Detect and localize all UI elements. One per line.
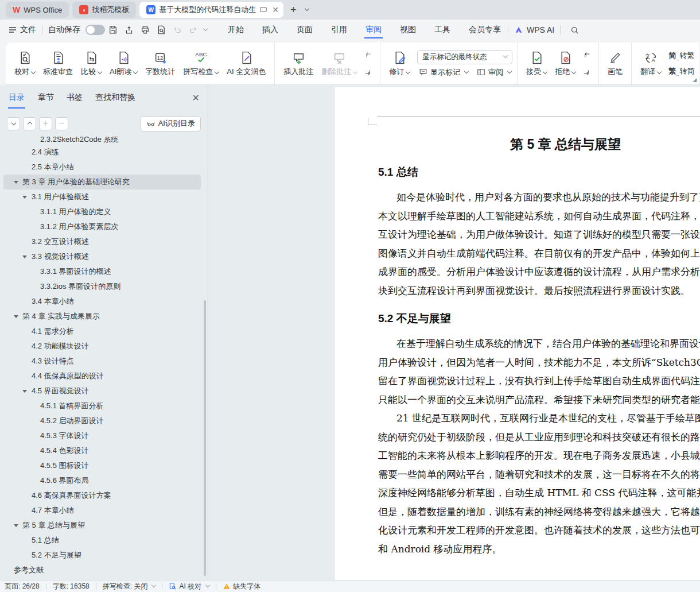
spell-check-button[interactable]: ABC 拼写检查 [179,48,223,79]
quickbar-chevron-icon[interactable] [203,26,208,31]
toc-item[interactable]: 4.5.2 启动界面设计 [3,413,201,428]
zoom-out-toc-button[interactable]: − [55,117,68,130]
brush-button[interactable]: 画笔 [604,48,627,79]
next-change-icon[interactable] [582,67,592,76]
toc-item[interactable]: 3.4 本章小结 [3,294,201,309]
word-count-button[interactable]: 12 字数统计 [141,48,179,79]
tab-member[interactable]: 会员专享 [468,21,502,38]
sidebar-tab-find-replace[interactable]: 查找和替换 [95,92,135,103]
tab-list-chevron-icon[interactable] [305,6,309,11]
tab-page[interactable]: 页面 [295,21,314,38]
ai-read-button[interactable]: AI朗读 [106,48,141,79]
standard-review-button[interactable]: 标准审查 [39,48,77,79]
reject-button[interactable]: 拒绝 [551,48,580,79]
tab-wps-office[interactable]: W WPS Office [6,2,69,18]
sidebar-tab-chapters[interactable]: 章节 [38,92,54,103]
save-button[interactable] [106,23,120,37]
toc-collapse-icon[interactable] [22,390,27,393]
previous-comment-icon[interactable] [363,51,373,61]
toc-item[interactable]: 4.2 功能模块设计 [3,339,201,354]
toc-item[interactable]: 4.4 低保真原型的设计 [3,369,201,384]
toc-collapse-icon[interactable] [22,256,27,258]
tab-tools[interactable]: 工具 [433,21,452,38]
toc-item[interactable]: 3.3.1 界面设计的概述 [3,264,201,279]
print-button[interactable] [138,23,152,37]
tab-home[interactable]: 开始 [227,21,245,38]
close-tab-icon[interactable]: ✕ [272,5,279,14]
toc-item[interactable]: 4.6 高保真界面设计方案 [3,488,201,503]
toc-collapse-icon[interactable] [14,315,18,318]
toc-collapse-icon[interactable] [22,196,27,199]
comment-bubble-icon[interactable] [259,6,267,14]
expand-all-button[interactable] [7,117,20,130]
toc-item[interactable]: 3.1.1 用户体验的定义 [3,204,201,219]
toc-item[interactable]: 3.1.2 用户体验要素层次 [3,219,201,234]
toc-item[interactable]: 第 5 章 总结与展望 [3,518,201,533]
spell-check-status[interactable]: 拼写检查: 关闭 [103,582,156,591]
wps-ai-button[interactable]: WPS AI [514,25,554,34]
file-menu[interactable]: 文件 [8,25,36,35]
search-button[interactable] [567,23,581,37]
proofread-button[interactable]: 校对 [10,48,39,79]
close-sidebar-icon[interactable]: ✕ [192,92,200,103]
next-comment-icon[interactable] [363,67,373,76]
accept-button[interactable]: 接受 [522,48,551,79]
show-markup-button[interactable]: 显示标记 [418,67,468,78]
collapse-all-button[interactable] [23,117,36,130]
toc-item[interactable]: 3.2 交互设计概述 [3,234,201,249]
zoom-in-toc-button[interactable]: + [39,117,52,130]
tab-docer-templates[interactable]: ◖ 找稻壳模板 [72,2,136,18]
tab-reference[interactable]: 引用 [330,21,348,38]
sidebar-tab-bookmarks[interactable]: 书签 [67,92,83,103]
toc-item[interactable]: 第 3 章 用户体验的基础理论研究 [3,175,201,189]
toc-item[interactable]: 2.4 演练 [3,145,201,160]
toc-item[interactable]: 4.5 界面视觉设计 [3,384,201,398]
ai-recognize-toc-button[interactable]: AI识别目录 [141,116,201,131]
toc-item[interactable]: 2.5 本章小结 [3,160,201,175]
toc-item[interactable]: 5.1 总结 [3,533,201,548]
tab-review[interactable]: 审阅 [364,21,383,38]
toc-item[interactable]: 4.7 本章小结 [3,503,201,518]
markup-state-select[interactable]: 显示标记的最终状态 [417,50,512,64]
track-changes-button[interactable]: 修订 [385,48,414,79]
toc-item[interactable]: 4.5.6 界面布局 [3,473,201,488]
toc-item[interactable]: 4.5.4 色彩设计 [3,443,201,458]
toc-collapse-icon[interactable] [14,181,18,184]
toc-collapse-icon[interactable] [14,524,18,527]
sidebar-tab-contents[interactable]: 目录 [8,87,25,109]
toc-item[interactable]: 2.3.2Sketch2Code 系统 [3,137,201,145]
ai-polish-button[interactable]: AI 全文润色 [223,48,270,79]
toc-item[interactable]: 第 4 章 实践与成果展示 [3,309,201,324]
toc-item[interactable]: 4.5.5 图标设计 [3,458,201,473]
to-simplified-button[interactable]: 繁→ 转简 [668,66,694,76]
toc-item[interactable]: 3.1 用户体验概述 [3,189,201,204]
previous-change-icon[interactable] [582,51,592,61]
toc-item[interactable]: 3.3.2ios 界面设计的原则 [3,279,201,294]
toc-item[interactable]: 4.3 设计特点 [3,354,201,369]
export-button[interactable] [122,23,136,37]
print-preview-button[interactable] [154,23,168,37]
toc-item[interactable]: 5.2 不足与展望 [3,548,201,563]
ai-proofread-status[interactable]: AI 校对 [169,582,209,591]
delete-comment-button[interactable]: 删除批注 [317,48,361,79]
toc-item[interactable]: 4.5.3 字体设计 [3,428,201,443]
undo-button[interactable] [170,23,184,37]
to-traditional-button[interactable]: 简→ 转繁 [668,51,694,61]
translate-button[interactable]: 文A 翻译 [636,48,665,79]
page-indicator[interactable]: 页面: 26/28 [5,582,40,591]
autosave-toggle[interactable] [85,25,105,35]
missing-font-warning[interactable]: 缺失字体 [223,582,260,591]
word-count-indicator[interactable]: 字数: 16358 [53,582,90,591]
tab-document[interactable]: W 基于大模型的代码注释自动生 ✕ [139,2,283,18]
toc-item[interactable]: 3.3 视觉设计概述 [3,249,201,264]
redo-button[interactable] [186,23,200,37]
group-expand-icon[interactable]: ◢ [693,77,697,83]
tab-view[interactable]: 视图 [399,21,417,38]
review-pane-button[interactable]: 审阅 [476,67,511,78]
document-page[interactable]: 第 5 章 总结与展望5.1 总结如今是体验时代，用户对各方面的要求也从原始的技… [334,87,700,580]
compare-button[interactable]: 比较 [77,48,106,79]
new-tab-button[interactable]: + [287,4,300,16]
insert-comment-button[interactable]: 插入批注 [279,48,317,79]
toc-item[interactable]: 4.1 需求分析 [3,324,201,339]
sidebar-scrollbar[interactable] [204,300,206,576]
